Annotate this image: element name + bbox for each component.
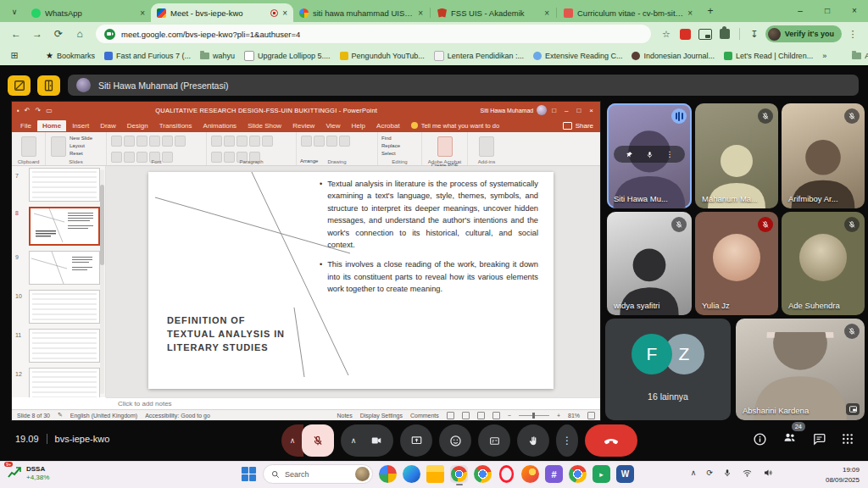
ribbon-tab-transitions[interactable]: Transitions bbox=[154, 120, 198, 131]
ribbon-group-font[interactable]: Font bbox=[107, 132, 207, 165]
thumbnail-scrollbar[interactable] bbox=[100, 169, 104, 394]
extension-red-icon[interactable] bbox=[677, 25, 694, 42]
reset-button[interactable]: Reset bbox=[70, 150, 103, 158]
taskbar-explorer-icon[interactable] bbox=[426, 465, 444, 483]
volume-icon[interactable] bbox=[763, 468, 773, 478]
forward-button[interactable]: → bbox=[28, 25, 47, 43]
slide-thumbnail-8-selected[interactable] bbox=[29, 207, 100, 246]
taskbar-search[interactable]: Search bbox=[263, 464, 373, 484]
ribbon-group-paragraph[interactable]: Paragraph bbox=[207, 132, 297, 165]
bookmarks-folder-item[interactable]: ★ Bookmarks bbox=[46, 51, 95, 60]
camera-options-chevron[interactable]: ∧ bbox=[344, 436, 363, 445]
apps-grid-icon[interactable]: ⊞ bbox=[8, 47, 20, 64]
reactions-button[interactable] bbox=[439, 424, 471, 457]
tell-me-box[interactable]: Tell me what you want to do bbox=[421, 122, 500, 130]
notes-pane[interactable]: Click to add notes bbox=[106, 397, 600, 409]
slideshow-icon[interactable]: ▭ bbox=[46, 107, 53, 114]
tab-fss-uis[interactable]: FSS UIS - Akademik × bbox=[431, 3, 555, 22]
tab-close-icon[interactable]: × bbox=[687, 8, 693, 18]
bookmark-item[interactable]: Let's Read | Children... bbox=[724, 52, 813, 60]
taskbar-edge-icon[interactable] bbox=[403, 465, 420, 483]
layout-button[interactable]: Layout bbox=[70, 142, 103, 150]
tab-whatsapp[interactable]: WhatsApp × bbox=[25, 3, 151, 22]
back-button[interactable]: ← bbox=[7, 25, 25, 43]
zoom-in-button[interactable]: + bbox=[557, 413, 560, 419]
tile-ade[interactable]: Ade Suhendra bbox=[782, 212, 865, 315]
ribbon-display-icon[interactable]: □ bbox=[552, 107, 556, 114]
info-icon[interactable] bbox=[753, 432, 767, 446]
browser-menu-kebab-icon[interactable]: ⋮ bbox=[844, 25, 861, 42]
pin-icon[interactable] bbox=[626, 151, 633, 158]
camera-control[interactable]: ∧ bbox=[341, 424, 393, 457]
present-screen-button[interactable] bbox=[400, 424, 432, 457]
tile-pip-icon[interactable] bbox=[846, 403, 860, 415]
mic-icon[interactable] bbox=[646, 151, 654, 158]
download-icon[interactable]: ↧ bbox=[746, 25, 763, 42]
undo-icon[interactable]: ↶ bbox=[25, 107, 31, 114]
view-sorter-icon[interactable] bbox=[462, 412, 470, 419]
tile-siti-hawa[interactable]: ⋮ Siti Hawa Mu... bbox=[607, 103, 692, 208]
close-window-button[interactable]: × bbox=[841, 0, 868, 21]
taskbar-clock[interactable]: 19:09 08/09/2025 bbox=[826, 465, 860, 485]
tab-meet-active[interactable]: Meet - bvs-iepe-kwo × bbox=[151, 3, 293, 22]
replace-button[interactable]: Replace bbox=[381, 142, 418, 150]
taskbar-photos-icon[interactable] bbox=[379, 465, 397, 483]
slide-thumbnail-7[interactable] bbox=[29, 168, 100, 202]
bookmark-item[interactable]: Pengunduh YouTub... bbox=[340, 52, 425, 60]
ribbon-tab-view[interactable]: View bbox=[320, 120, 345, 131]
taskbar-word-icon[interactable]: W bbox=[616, 465, 634, 483]
ribbon-group-acrobat[interactable]: Create PDF Adobe Acrobat bbox=[422, 132, 468, 165]
pen-icon[interactable]: ✎ bbox=[58, 412, 63, 419]
ribbon-group-addins[interactable]: Add-ins bbox=[468, 132, 505, 165]
ribbon-group-drawing[interactable]: Arrange Drawing bbox=[297, 132, 378, 165]
ribbon-tab-home[interactable]: Home bbox=[37, 120, 66, 131]
minimize-button[interactable]: – bbox=[787, 0, 814, 21]
ribbon-tab-design[interactable]: Design bbox=[122, 120, 153, 131]
yellow-overlay-button-2[interactable] bbox=[37, 75, 60, 96]
bookmark-item[interactable]: Indonesian Journal... bbox=[632, 52, 715, 60]
ribbon-group-slides[interactable]: New Slide Layout Reset Slides bbox=[46, 132, 107, 165]
zoom-percentage[interactable]: 81% bbox=[568, 413, 580, 419]
taskbar-chrome-active-icon[interactable] bbox=[450, 465, 468, 483]
tab-close-icon[interactable]: × bbox=[418, 8, 423, 18]
ribbon-tab-draw[interactable]: Draw bbox=[95, 120, 121, 131]
tile-widya[interactable]: widya syafitri bbox=[607, 212, 692, 315]
ppt-close-button[interactable]: × bbox=[589, 107, 593, 114]
taskbar-video-app-icon[interactable]: ▸ bbox=[593, 465, 610, 483]
fit-slide-icon[interactable] bbox=[587, 412, 595, 419]
bookmark-item[interactable]: Upgrade Lollipop 5.... bbox=[244, 51, 331, 61]
view-normal-icon[interactable] bbox=[447, 412, 454, 419]
ribbon-group-editing[interactable]: Find Replace Select Editing bbox=[378, 132, 422, 165]
accessibility-status[interactable]: Accessibility: Good to go bbox=[145, 413, 210, 419]
mic-control[interactable]: ∧ bbox=[281, 424, 334, 457]
more-options-button[interactable]: ⋮ bbox=[556, 424, 578, 457]
comments-toggle[interactable]: Comments bbox=[410, 413, 439, 419]
display-settings-toggle[interactable]: Display Settings bbox=[360, 413, 403, 419]
view-slideshow-icon[interactable] bbox=[492, 412, 500, 419]
bookmark-item[interactable]: wahyu bbox=[200, 52, 235, 60]
new-slide-button[interactable]: New Slide bbox=[70, 135, 103, 142]
tile-overflow-others[interactable]: F Z 16 lainnya bbox=[605, 319, 731, 420]
bookmark-star-icon[interactable]: ☆ bbox=[658, 25, 675, 42]
ribbon-tab-slideshow[interactable]: Slide Show bbox=[242, 120, 287, 131]
tile-arifmiboy[interactable]: Arifmiboy Ar... bbox=[782, 103, 865, 208]
find-button[interactable]: Find bbox=[381, 135, 418, 142]
tile-yulia[interactable]: Yulia Jz bbox=[695, 212, 778, 315]
tab-close-icon[interactable]: × bbox=[140, 8, 145, 18]
taskbar-chrome3-icon[interactable] bbox=[569, 465, 587, 483]
activities-grid-icon[interactable] bbox=[841, 432, 854, 446]
address-bar[interactable]: meet.google.com/bvs-iepe-kwo?pli=1&authu… bbox=[96, 25, 651, 43]
tray-mic-icon[interactable] bbox=[723, 468, 732, 478]
all-bookmarks-button[interactable]: All Bookmarks bbox=[852, 52, 868, 60]
tab-google-search[interactable]: siti hawa muhammad UIS Mala × bbox=[293, 3, 429, 22]
maximize-button[interactable]: □ bbox=[814, 0, 841, 21]
ribbon-tab-animations[interactable]: Animations bbox=[198, 120, 242, 131]
tile-kebab-icon[interactable]: ⋮ bbox=[666, 150, 674, 158]
tile-absharini[interactable]: Absharini Kardena bbox=[736, 319, 865, 420]
tray-sync-icon[interactable]: ⟳ bbox=[706, 469, 713, 477]
wifi-icon[interactable] bbox=[742, 469, 753, 478]
slide-thumbnail-9[interactable] bbox=[29, 251, 100, 285]
zoom-slider[interactable] bbox=[519, 415, 549, 416]
chat-icon[interactable] bbox=[812, 432, 826, 446]
taskbar-hash-app-icon[interactable]: # bbox=[545, 465, 563, 483]
